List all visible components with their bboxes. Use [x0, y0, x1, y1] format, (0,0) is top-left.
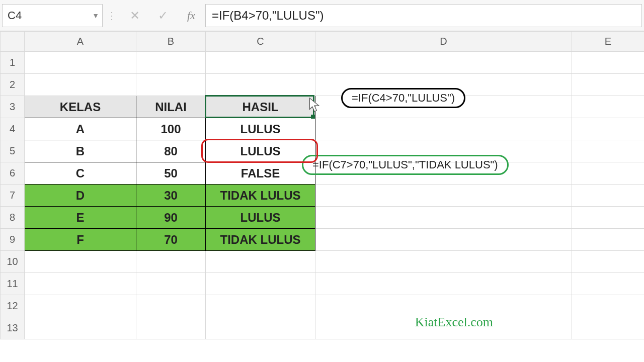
- cell[interactable]: [572, 74, 645, 96]
- fx-icon[interactable]: fx: [177, 9, 205, 22]
- cell-nilai[interactable]: 30: [136, 185, 206, 207]
- cell-hasil[interactable]: LULUS: [206, 118, 315, 140]
- cell-nilai[interactable]: 70: [136, 229, 206, 251]
- cell[interactable]: [136, 74, 206, 96]
- cell[interactable]: [315, 273, 572, 295]
- row-header[interactable]: 2: [1, 74, 25, 96]
- row-header[interactable]: 5: [1, 140, 25, 162]
- col-header-A[interactable]: A: [25, 32, 136, 52]
- cell-kelas[interactable]: D: [25, 185, 136, 207]
- row-header[interactable]: 4: [1, 118, 25, 140]
- cell[interactable]: [572, 185, 645, 207]
- dropdown-icon[interactable]: ▼: [92, 12, 99, 20]
- cell-nilai[interactable]: 80: [136, 140, 206, 162]
- row-header[interactable]: 9: [1, 229, 25, 251]
- cell[interactable]: [572, 207, 645, 229]
- cell-hasil[interactable]: LULUS: [206, 140, 315, 162]
- callout-formula-black: =IF(C4>70,"LULUS"): [341, 88, 465, 108]
- cell[interactable]: [572, 273, 645, 295]
- callout-formula-green: =IF(C7>70,"LULUS","TIDAK LULUS"): [302, 155, 509, 175]
- cell-kelas[interactable]: B: [25, 140, 136, 162]
- table-header-kelas[interactable]: KELAS: [25, 96, 136, 118]
- cell[interactable]: [315, 295, 572, 317]
- col-header-C[interactable]: C: [206, 32, 315, 52]
- cell[interactable]: [572, 96, 645, 118]
- row-header[interactable]: 12: [1, 295, 25, 317]
- cell[interactable]: [572, 229, 645, 251]
- name-box[interactable]: C4 ▼: [2, 4, 103, 27]
- cell-kelas[interactable]: E: [25, 207, 136, 229]
- formula-text: =IF(B4>70,"LULUS"): [212, 9, 324, 23]
- separator-icon: ⋮: [103, 10, 121, 22]
- cell-nilai[interactable]: 90: [136, 207, 206, 229]
- cell[interactable]: [315, 185, 572, 207]
- cell[interactable]: [25, 251, 136, 273]
- cell-hasil[interactable]: TIDAK LULUS: [206, 185, 315, 207]
- cell[interactable]: [315, 207, 572, 229]
- col-header-D[interactable]: D: [315, 32, 572, 52]
- cell[interactable]: [206, 295, 315, 317]
- cell[interactable]: [315, 229, 572, 251]
- cell[interactable]: [572, 140, 645, 162]
- cell[interactable]: [25, 52, 136, 74]
- cell-kelas[interactable]: F: [25, 229, 136, 251]
- cell-hasil[interactable]: TIDAK LULUS: [206, 229, 315, 251]
- cell[interactable]: [206, 251, 315, 273]
- spreadsheet-grid[interactable]: A B C D E 1 2 3 KELAS NILAI HASIL =IF(C4…: [0, 31, 644, 362]
- formula-input[interactable]: =IF(B4>70,"LULUS"): [205, 4, 642, 27]
- cell[interactable]: [25, 273, 136, 295]
- cell[interactable]: [136, 273, 206, 295]
- cell[interactable]: [572, 251, 645, 273]
- cell-kelas[interactable]: A: [25, 118, 136, 140]
- col-header-E[interactable]: E: [572, 32, 645, 52]
- row-header[interactable]: 8: [1, 207, 25, 229]
- row-header[interactable]: 6: [1, 162, 25, 185]
- cell[interactable]: [572, 162, 645, 185]
- cell[interactable]: [136, 251, 206, 273]
- cell[interactable]: [206, 52, 315, 74]
- cell-nilai[interactable]: 50: [136, 162, 206, 185]
- row-header[interactable]: 1: [1, 52, 25, 74]
- enter-icon[interactable]: ✓: [149, 4, 177, 27]
- cell[interactable]: [25, 295, 136, 317]
- cell-kelas[interactable]: C: [25, 162, 136, 185]
- cancel-icon[interactable]: ✕: [121, 4, 149, 27]
- cell[interactable]: [136, 52, 206, 74]
- cell[interactable]: [315, 52, 572, 74]
- select-all-corner[interactable]: [1, 32, 25, 52]
- watermark: KiatExcel.com: [415, 315, 493, 330]
- cell[interactable]: [206, 74, 315, 96]
- row-header[interactable]: 11: [1, 273, 25, 295]
- cell-nilai[interactable]: 100: [136, 118, 206, 140]
- cell[interactable]: [572, 52, 645, 74]
- cell[interactable]: [315, 118, 572, 140]
- cell[interactable]: [572, 118, 645, 140]
- cell[interactable]: [25, 317, 136, 339]
- col-header-B[interactable]: B: [136, 32, 206, 52]
- cell-hasil[interactable]: FALSE: [206, 162, 315, 185]
- row-header[interactable]: 10: [1, 251, 25, 273]
- table-header-nilai[interactable]: NILAI: [136, 96, 206, 118]
- table-header-hasil[interactable]: HASIL: [206, 96, 315, 118]
- cell[interactable]: [206, 273, 315, 295]
- row-header[interactable]: 3: [1, 96, 25, 118]
- cell[interactable]: [25, 74, 136, 96]
- cell[interactable]: [136, 295, 206, 317]
- cell[interactable]: [315, 251, 572, 273]
- row-header[interactable]: 7: [1, 185, 25, 207]
- cell[interactable]: [136, 317, 206, 339]
- name-box-value: C4: [8, 9, 22, 22]
- cell[interactable]: [572, 317, 645, 339]
- cell-hasil[interactable]: LULUS: [206, 207, 315, 229]
- formula-bar: C4 ▼ ⋮ ✕ ✓ fx =IF(B4>70,"LULUS"): [0, 0, 644, 31]
- cell[interactable]: [206, 317, 315, 339]
- row-header[interactable]: 13: [1, 317, 25, 339]
- cell[interactable]: [572, 295, 645, 317]
